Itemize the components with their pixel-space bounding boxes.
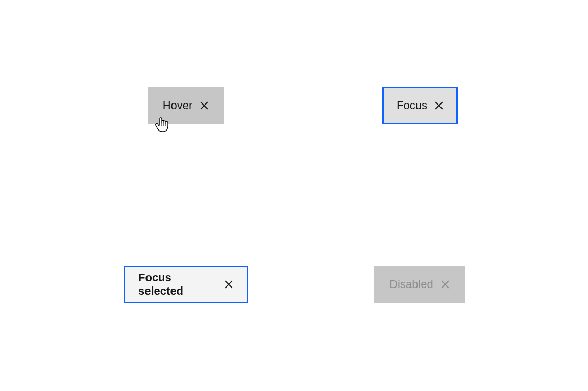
tab-disabled: Disabled — [374, 266, 465, 303]
tab-disabled-label: Disabled — [389, 278, 433, 291]
tab-hover[interactable]: Hover — [148, 87, 224, 124]
tab-focus-selected[interactable]: Focus selected — [124, 266, 248, 303]
tab-focus-selected-label: Focus selected — [138, 271, 217, 298]
close-icon[interactable] — [434, 101, 444, 110]
tab-focus-label: Focus — [397, 99, 427, 112]
tab-focus[interactable]: Focus — [382, 87, 458, 124]
close-icon[interactable] — [224, 280, 233, 289]
close-icon[interactable] — [200, 101, 209, 110]
tab-hover-label: Hover — [163, 99, 193, 112]
close-icon — [440, 280, 450, 289]
